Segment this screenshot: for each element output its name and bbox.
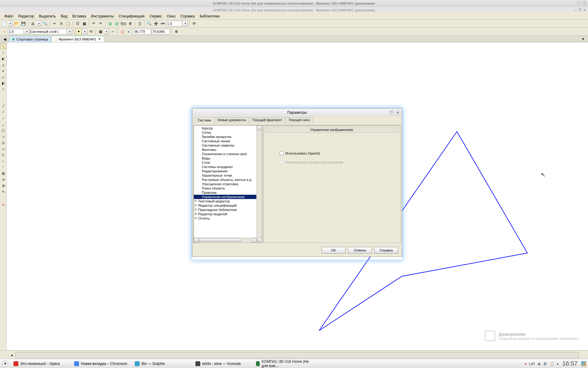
dialog-close-button[interactable]: ✕ bbox=[395, 110, 401, 115]
tabstrip-menu-icon[interactable]: ▾ bbox=[580, 36, 586, 42]
tool-icon-1[interactable]: ▦ bbox=[81, 21, 87, 27]
tree-item-parent[interactable]: Редактор моделей bbox=[194, 212, 256, 216]
tree-item[interactable]: Системы координат bbox=[194, 165, 256, 169]
tree-item-parent[interactable]: Прикладные библиотеки bbox=[194, 208, 256, 212]
property-toggle-icon[interactable]: ▸ bbox=[9, 352, 15, 358]
step-input[interactable] bbox=[8, 29, 24, 34]
tree-item[interactable]: Характерные точки bbox=[194, 173, 256, 178]
maximize-button[interactable]: ◻ bbox=[582, 1, 587, 6]
tree-item[interactable]: Ограничения и степени своб bbox=[194, 152, 256, 156]
print-dropdown[interactable]: ▾ bbox=[36, 21, 41, 26]
geometry-panel-icon[interactable]: ╲ bbox=[1, 44, 6, 49]
tray-icon[interactable]: ● bbox=[525, 362, 527, 366]
snap-toggle-icon[interactable]: ✦ bbox=[76, 29, 82, 35]
cut-icon[interactable]: ✂ bbox=[51, 21, 58, 27]
zoom-scale-dropdown[interactable]: ▾ bbox=[183, 21, 188, 26]
preview-icon[interactable]: 🔍 bbox=[42, 21, 48, 27]
tabstrip-arrow-icon[interactable]: ◀ bbox=[2, 36, 7, 42]
coord-x-input[interactable] bbox=[133, 29, 151, 34]
tree-item[interactable]: Слои bbox=[194, 160, 256, 165]
menu-service[interactable]: Сервис bbox=[147, 13, 164, 19]
snap-dropdown[interactable]: ▾ bbox=[82, 29, 87, 34]
show-desktop-icon[interactable] bbox=[581, 361, 586, 366]
dialog-titlebar[interactable]: Параметры ? ✕ bbox=[192, 109, 402, 117]
paste-icon[interactable]: 📋 bbox=[65, 21, 71, 27]
tree-item[interactable]: Редактирование bbox=[194, 169, 256, 173]
tab-start-page[interactable]: ◉ Стартовая страница bbox=[9, 36, 51, 42]
tab-close-icon[interactable]: ✕ bbox=[97, 37, 101, 41]
tree-item[interactable]: Виды bbox=[194, 156, 256, 160]
zoom-window-icon[interactable]: 🔍 bbox=[146, 21, 152, 27]
variables-icon[interactable]: ▥ bbox=[114, 21, 120, 27]
stop-tool-icon[interactable]: ⊘ bbox=[1, 202, 6, 207]
tree-item-parent[interactable]: Редактор спецификаций bbox=[194, 203, 256, 208]
print-icon[interactable]: 🖨 bbox=[30, 21, 36, 27]
redo-icon[interactable]: ↷ bbox=[97, 21, 104, 27]
polygon-tool-icon[interactable]: ⬠ bbox=[1, 152, 6, 158]
dialog-tab-newdocs[interactable]: Новые документы bbox=[214, 117, 249, 124]
palette-icon-3[interactable]: △ bbox=[1, 62, 6, 67]
undo-icon[interactable]: ↶ bbox=[91, 21, 97, 27]
equid-tool-icon[interactable]: ≋ bbox=[1, 177, 6, 182]
tree-item[interactable]: Привязки bbox=[194, 190, 256, 195]
tree-item[interactable]: Поиск объекта bbox=[194, 186, 256, 190]
palette-icon-2[interactable]: ◐ bbox=[1, 56, 6, 61]
fx-icon[interactable]: f(x) bbox=[120, 21, 126, 27]
help-button[interactable]: Справка bbox=[374, 247, 398, 254]
arc-tool-icon[interactable]: ◡ bbox=[1, 121, 6, 127]
tray-network-icon[interactable]: 🖧 bbox=[537, 362, 541, 366]
tree-item[interactable]: Системные символы bbox=[194, 143, 256, 148]
hatch-tool-icon[interactable]: ▨ bbox=[1, 171, 6, 176]
zoom-in-icon[interactable]: ➕ bbox=[153, 21, 159, 27]
cancel-button[interactable]: Отмена bbox=[348, 247, 372, 254]
mdi-restore-button[interactable]: ❐ bbox=[578, 8, 582, 12]
grid-icon[interactable]: ▦ bbox=[97, 29, 104, 35]
zoom-out-icon[interactable]: ➖ bbox=[160, 21, 166, 27]
dialog-help-button[interactable]: ? bbox=[389, 110, 394, 115]
rect-tool-icon[interactable]: ▭ bbox=[1, 146, 6, 151]
start-button[interactable]: ✦ bbox=[2, 360, 9, 367]
misc-tool-icon[interactable]: ✎ bbox=[1, 189, 6, 194]
layer-dropdown[interactable]: ▾ bbox=[67, 29, 72, 34]
menu-view[interactable]: Вид bbox=[58, 13, 70, 19]
menu-editor[interactable]: Редактор bbox=[16, 13, 37, 19]
menu-help[interactable]: Справка bbox=[178, 13, 197, 19]
tab-fragment[interactable]: ▢ Фрагмент БЕЗ ИМЕНИ1 ✕ bbox=[51, 36, 104, 42]
tree-item[interactable]: Системные линии bbox=[194, 139, 256, 143]
menu-select[interactable]: Выделить bbox=[36, 13, 58, 19]
palette-icon-1[interactable]: ○ bbox=[1, 50, 6, 55]
tray-chevron-icon[interactable]: ▴ bbox=[557, 362, 559, 366]
param-icon[interactable]: ⟲ bbox=[88, 29, 94, 35]
circle-tool-icon[interactable]: ○ bbox=[1, 115, 6, 121]
palette-icon-7[interactable]: ⌇ bbox=[1, 86, 6, 92]
tree-item[interactable]: Сетка bbox=[194, 130, 256, 135]
assembly-tool-icon[interactable]: ⊞ bbox=[1, 183, 6, 188]
ok-button[interactable]: OK bbox=[322, 247, 345, 254]
tray-clock[interactable]: 16:57 bbox=[561, 360, 579, 367]
taskbar-task[interactable]: KOMПАС-3D V16 Home (Не для ком... bbox=[254, 360, 312, 367]
extra-icon[interactable]: ⊕ bbox=[173, 29, 179, 35]
properties-icon[interactable]: ☷ bbox=[74, 21, 81, 27]
tree-item-selected[interactable]: Управление изображением bbox=[194, 195, 256, 199]
step-dropdown[interactable]: ▾ bbox=[24, 29, 29, 34]
tray-clipboard-icon[interactable]: 📋 bbox=[550, 362, 554, 366]
tool-icon-2[interactable]: ⚙ bbox=[127, 21, 133, 27]
copy-icon[interactable]: ⎘ bbox=[58, 21, 64, 27]
spline-tool-icon[interactable]: ∿ bbox=[1, 134, 6, 139]
tray-lang[interactable]: LAT bbox=[529, 362, 535, 366]
tree-horizontal-scrollbar[interactable] bbox=[194, 238, 256, 243]
palette-icon-4[interactable]: ≡ bbox=[1, 68, 6, 74]
tree-item[interactable]: Курсор bbox=[194, 126, 256, 130]
coord-y-input[interactable] bbox=[152, 29, 170, 34]
menu-window[interactable]: Окно bbox=[164, 13, 178, 19]
dialog-tab-system[interactable]: Система bbox=[194, 117, 214, 124]
aux-line-tool-icon[interactable]: ⁄ bbox=[1, 109, 6, 115]
tree-item[interactable]: Упрощенная отрисовка bbox=[194, 182, 256, 186]
opengl-checkbox[interactable] bbox=[280, 151, 284, 155]
help-context-icon[interactable]: ⍰ bbox=[137, 21, 143, 27]
zoom-scale-input[interactable] bbox=[166, 21, 182, 26]
tree-item[interactable]: Растровые объекты, взятые в д bbox=[194, 178, 256, 182]
minimize-button[interactable]: – bbox=[576, 1, 581, 6]
layer-select[interactable] bbox=[30, 29, 67, 34]
ellipse-tool-icon[interactable]: ◯ bbox=[1, 128, 6, 133]
